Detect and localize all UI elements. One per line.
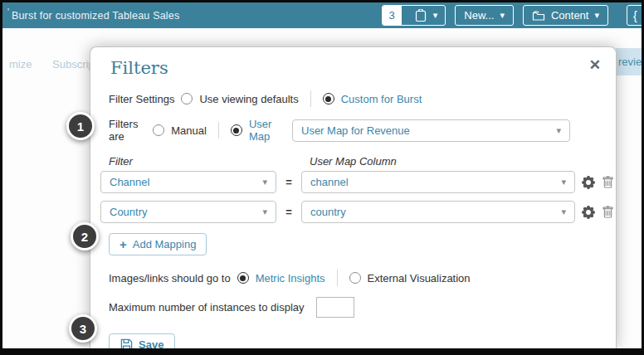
chevron-down-icon: ▾ bbox=[433, 11, 438, 20]
filter-column-header: Filter bbox=[100, 155, 301, 168]
equals-sign: = bbox=[283, 176, 295, 188]
chevron-down-icon: ▾ bbox=[556, 125, 561, 136]
equals-sign: = bbox=[283, 206, 295, 218]
images-links-row: Images/links should go to Metric Insight… bbox=[109, 270, 616, 286]
chevron-down-icon: ▾ bbox=[262, 177, 267, 187]
radio-custom-for-burst[interactable] bbox=[323, 93, 334, 105]
mapping-row-country: Country ▾ = country ▾ bbox=[100, 201, 601, 223]
chevron-down-icon: ▾ bbox=[561, 207, 566, 217]
partial-brace-glyph: { bbox=[633, 9, 637, 22]
plus-icon: + bbox=[120, 238, 127, 250]
use-viewing-defaults-label[interactable]: Use viewing defaults bbox=[199, 93, 298, 105]
chevron-down-icon: ▾ bbox=[561, 177, 566, 187]
custom-for-burst-label[interactable]: Custom for Burst bbox=[341, 93, 422, 105]
trash-icon[interactable] bbox=[602, 206, 614, 219]
new-button-label: New... bbox=[464, 9, 494, 22]
add-mapping-label: Add Mapping bbox=[133, 238, 197, 250]
content-button-label: Content bbox=[551, 9, 589, 22]
add-mapping-button[interactable]: + Add Mapping bbox=[109, 233, 207, 255]
tab-customize-partial[interactable]: mize bbox=[9, 58, 32, 71]
filter-select-channel[interactable]: Channel ▾ bbox=[100, 171, 276, 193]
mapping-headers: Filter User Map Column bbox=[100, 155, 616, 168]
burst-count-dropdown[interactable]: 3 ▾ bbox=[382, 5, 446, 26]
callout-1-number: 1 bbox=[77, 119, 84, 134]
filters-are-label: Filters are bbox=[109, 118, 146, 143]
max-instances-input[interactable] bbox=[316, 297, 354, 318]
user-map-select[interactable]: User Map for Revenue ▾ bbox=[292, 119, 570, 142]
burst-title: Burst for customized Tableau Sales bbox=[12, 10, 180, 22]
manual-label[interactable]: Manual bbox=[171, 124, 207, 137]
tab-subscriptions-partial[interactable]: Subscrip bbox=[52, 58, 95, 71]
clipboard-icon bbox=[415, 9, 427, 22]
radio-user-map[interactable] bbox=[231, 124, 242, 136]
filter-select-value: Country bbox=[110, 206, 148, 218]
callout-3: 3 bbox=[69, 314, 97, 343]
column-select-country[interactable]: country ▾ bbox=[301, 201, 575, 223]
callout-2: 2 bbox=[71, 222, 99, 250]
mapping-row-channel: Channel ▾ = channel ▾ bbox=[100, 171, 601, 193]
gear-icon[interactable] bbox=[582, 176, 595, 189]
content-button[interactable]: Content ▾ bbox=[523, 5, 608, 26]
partial-settings-button[interactable]: { bbox=[627, 5, 644, 26]
max-instances-label: Maximum number of instances to display bbox=[109, 301, 305, 314]
tab-preview-partial[interactable]: review bbox=[616, 48, 642, 75]
filter-settings-row: Filter Settings Use viewing defaults Cus… bbox=[109, 90, 616, 107]
trash-icon[interactable] bbox=[602, 176, 614, 189]
screenshot-frame: ' Burst for customized Tableau Sales 3 ▾… bbox=[0, 0, 644, 355]
user-map-label[interactable]: User Map bbox=[249, 118, 285, 143]
top-bar: ' Burst for customized Tableau Sales 3 ▾… bbox=[2, 2, 642, 28]
filter-select-value: Channel bbox=[110, 176, 149, 188]
column-select-value: country bbox=[310, 206, 346, 218]
filters-are-row: Filters are Manual User Map User Map for… bbox=[109, 118, 570, 143]
save-button[interactable]: Save bbox=[109, 333, 175, 355]
radio-use-viewing-defaults[interactable] bbox=[181, 93, 193, 105]
divider bbox=[337, 270, 338, 286]
save-icon bbox=[120, 338, 133, 351]
divider bbox=[218, 122, 219, 139]
images-links-label: Images/links should go to bbox=[109, 272, 231, 284]
filter-settings-label: Filter Settings bbox=[109, 93, 174, 105]
folder-icon bbox=[532, 10, 545, 22]
chevron-down-icon: ▾ bbox=[594, 11, 599, 20]
chevron-down-icon: ▾ bbox=[500, 11, 505, 20]
column-select-value: channel bbox=[310, 176, 349, 188]
column-select-channel[interactable]: channel ▾ bbox=[301, 171, 575, 193]
user-map-select-value: User Map for Revenue bbox=[301, 124, 410, 137]
user-map-column-header: User Map Column bbox=[301, 155, 397, 168]
chevron-down-icon: ▾ bbox=[262, 207, 267, 217]
radio-external-visualization[interactable] bbox=[349, 272, 361, 284]
callout-3-number: 3 bbox=[80, 322, 86, 336]
metric-insights-label[interactable]: Metric Insights bbox=[256, 272, 325, 284]
count-badge: 3 bbox=[383, 5, 402, 26]
save-button-label: Save bbox=[139, 338, 163, 351]
partial-breadcrumb: ' bbox=[7, 7, 9, 17]
filter-select-country[interactable]: Country ▾ bbox=[100, 201, 276, 223]
callout-1: 1 bbox=[66, 112, 95, 140]
tab-preview-label: review bbox=[618, 56, 642, 68]
filters-dialog: ✕ Filters Filter Settings Use viewing de… bbox=[90, 46, 617, 348]
divider bbox=[310, 90, 311, 107]
external-visualization-label[interactable]: External Visualization bbox=[368, 272, 471, 284]
gear-icon[interactable] bbox=[582, 206, 595, 219]
radio-manual[interactable] bbox=[153, 124, 164, 136]
radio-metric-insights[interactable] bbox=[237, 272, 249, 284]
dialog-title: Filters bbox=[110, 58, 616, 78]
callout-2-number: 2 bbox=[81, 230, 88, 244]
new-button[interactable]: New... ▾ bbox=[455, 5, 514, 26]
clipboard-group: ▾ bbox=[407, 9, 446, 22]
topbar-actions: 3 ▾ New... ▾ bbox=[382, 5, 609, 26]
max-instances-row: Maximum number of instances to display bbox=[109, 297, 616, 318]
close-icon[interactable]: ✕ bbox=[589, 58, 601, 72]
